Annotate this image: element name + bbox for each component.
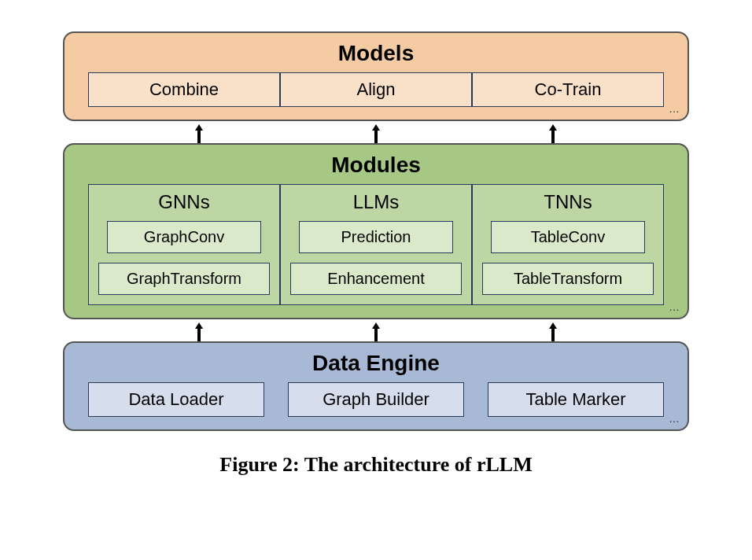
module-title-tnns: TNNs: [544, 191, 592, 213]
module-box-graphconv: GraphConv: [107, 221, 261, 253]
modules-row: GNNs GraphConv GraphTransform LLMs Predi…: [88, 184, 664, 305]
models-item-align: Align: [280, 72, 472, 107]
arrows-modules-dataengine: [63, 319, 689, 341]
module-title-gnns: GNNs: [158, 191, 209, 213]
module-box-tableconv: TableConv: [491, 221, 645, 253]
models-row: Combine Align Co-Train: [88, 72, 664, 107]
module-box-enhancement: Enhancement: [290, 263, 462, 295]
dataengine-item-tablemarker: Table Marker: [488, 382, 664, 417]
modules-ellipsis: …: [669, 300, 680, 313]
module-title-llms: LLMs: [353, 191, 400, 213]
module-box-prediction: Prediction: [299, 221, 453, 253]
module-group-gnns: GNNs GraphConv GraphTransform: [88, 184, 280, 305]
dataengine-title: Data Engine: [88, 351, 664, 376]
arrows-models-modules: [63, 121, 689, 143]
arrow-icon: [545, 322, 561, 338]
module-group-tnns: TNNs TableConv TableTransform: [472, 184, 664, 305]
modules-layer: Modules GNNs GraphConv GraphTransform LL…: [63, 143, 689, 319]
models-item-combine: Combine: [88, 72, 280, 107]
module-box-graphtransform: GraphTransform: [98, 263, 270, 295]
models-ellipsis: …: [669, 102, 680, 115]
module-group-llms: LLMs Prediction Enhancement: [280, 184, 472, 305]
module-box-tabletransform: TableTransform: [482, 263, 654, 295]
dataengine-row: Data Loader Graph Builder Table Marker: [88, 382, 664, 417]
arrow-icon: [368, 124, 384, 140]
dataengine-item-graphbuilder: Graph Builder: [288, 382, 464, 417]
models-item-cotrain: Co-Train: [472, 72, 664, 107]
dataengine-layer: Data Engine Data Loader Graph Builder Ta…: [63, 341, 689, 431]
arrow-icon: [368, 322, 384, 338]
arrow-icon: [191, 124, 207, 140]
models-title: Models: [88, 41, 664, 66]
dataengine-ellipsis: …: [669, 412, 680, 425]
arrow-icon: [191, 322, 207, 338]
dataengine-item-dataloader: Data Loader: [88, 382, 264, 417]
arrow-icon: [545, 124, 561, 140]
figure-caption: Figure 2: The architecture of rLLM: [63, 453, 689, 477]
modules-title: Modules: [88, 153, 664, 178]
models-layer: Models Combine Align Co-Train …: [63, 31, 689, 121]
